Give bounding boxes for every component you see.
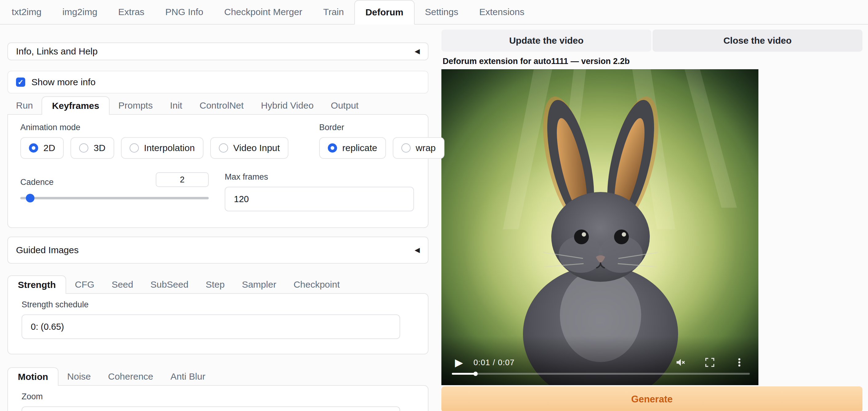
option-label: replicate bbox=[342, 143, 377, 153]
video-action-buttons: Update the video Close the video bbox=[441, 30, 863, 52]
tab-prompts[interactable]: Prompts bbox=[110, 96, 161, 115]
animation-mode-option-3d[interactable]: 3D bbox=[70, 137, 114, 159]
strength-schedule-input[interactable]: 0: (0.65) bbox=[22, 314, 400, 339]
tab-noise[interactable]: Noise bbox=[59, 367, 99, 386]
more-options-icon[interactable] bbox=[734, 357, 745, 368]
border-option-replicate[interactable]: replicate bbox=[319, 137, 386, 159]
app-tab-deforum[interactable]: Deforum bbox=[354, 0, 414, 25]
radio-selected-icon bbox=[328, 144, 337, 153]
tab-cfg[interactable]: CFG bbox=[66, 275, 103, 294]
tab-seed[interactable]: Seed bbox=[103, 275, 142, 294]
video-time-display: 0:01 / 0:07 bbox=[473, 358, 515, 367]
video-preview-column: Update the video Close the video Deforum… bbox=[441, 30, 863, 411]
radio-icon bbox=[130, 144, 139, 153]
zoom-input[interactable]: 0:(1.0025+0.002*sin(1.25*3.14*t/30)) bbox=[22, 406, 400, 411]
guided-images-accordion[interactable]: Guided Images ◀ bbox=[7, 236, 429, 264]
zoom-label: Zoom bbox=[22, 392, 414, 402]
app-tab-txt2img[interactable]: txt2img bbox=[1, 0, 52, 24]
app-tab-extensions[interactable]: Extensions bbox=[469, 0, 535, 24]
app-tab-checkpoint-merger[interactable]: Checkpoint Merger bbox=[214, 0, 313, 24]
deforum-main-tabs: Run Keyframes Prompts Init ControlNet Hy… bbox=[7, 96, 429, 115]
close-video-button[interactable]: Close the video bbox=[653, 30, 863, 52]
tab-run[interactable]: Run bbox=[7, 96, 41, 115]
seek-thumb[interactable] bbox=[473, 372, 478, 376]
schedule-tabs: Strength CFG Seed SubSeed Step Sampler C… bbox=[7, 275, 429, 294]
tab-controlnet[interactable]: ControlNet bbox=[191, 96, 252, 115]
option-label: Video Input bbox=[233, 143, 280, 153]
border-label: Border bbox=[319, 123, 444, 132]
cadence-number-input[interactable]: 2 bbox=[156, 172, 209, 187]
tab-output[interactable]: Output bbox=[322, 96, 367, 115]
tab-sampler[interactable]: Sampler bbox=[233, 275, 285, 294]
video-seek-bar[interactable] bbox=[452, 373, 750, 375]
radio-icon bbox=[219, 144, 228, 153]
tab-anti-blur[interactable]: Anti Blur bbox=[162, 367, 214, 386]
app-tab-img2img[interactable]: img2img bbox=[52, 0, 108, 24]
show-more-info-row: ✓ Show more info bbox=[7, 71, 429, 94]
option-label: Interpolation bbox=[144, 143, 195, 153]
animation-mode-option-video-input[interactable]: Video Input bbox=[210, 137, 288, 159]
tab-checkpoint[interactable]: Checkpoint bbox=[285, 275, 348, 294]
tab-hybrid-video[interactable]: Hybrid Video bbox=[252, 96, 322, 115]
animation-mode-group: Animation mode 2D 3D Interpolation bbox=[20, 123, 288, 159]
collapse-arrow-icon: ◀ bbox=[414, 48, 420, 55]
tab-strength[interactable]: Strength bbox=[7, 275, 66, 294]
show-more-info-label: Show more info bbox=[31, 77, 95, 87]
app-tab-settings[interactable]: Settings bbox=[414, 0, 469, 24]
app-tab-extras[interactable]: Extras bbox=[108, 0, 155, 24]
app-tab-train[interactable]: Train bbox=[313, 0, 354, 24]
max-frames-group: Max frames 120 bbox=[225, 172, 414, 211]
radio-icon bbox=[401, 144, 411, 153]
option-label: wrap bbox=[416, 143, 436, 153]
radio-icon bbox=[79, 144, 88, 153]
seek-played bbox=[452, 373, 475, 375]
top-tab-bar: txt2img img2img Extras PNG Info Checkpoi… bbox=[0, 0, 868, 25]
video-player[interactable]: ▶ 0:01 / 0:07 bbox=[441, 69, 758, 385]
strength-schedule-label: Strength schedule bbox=[22, 300, 414, 310]
show-more-info-checkbox[interactable]: ✓ bbox=[16, 77, 25, 87]
cadence-group: Cadence 2 bbox=[20, 172, 209, 211]
tab-step[interactable]: Step bbox=[197, 275, 233, 294]
deforum-version-text: Deforum extension for auto1111 — version… bbox=[441, 57, 863, 66]
slider-thumb[interactable] bbox=[26, 194, 34, 202]
option-label: 3D bbox=[94, 143, 105, 153]
info-links-help-label: Info, Links and Help bbox=[16, 46, 98, 57]
animation-mode-option-interpolation[interactable]: Interpolation bbox=[121, 137, 204, 159]
video-controls: ▶ 0:01 / 0:07 bbox=[441, 336, 758, 385]
animation-mode-label: Animation mode bbox=[20, 123, 288, 132]
fullscreen-icon[interactable] bbox=[704, 357, 715, 368]
motion-tabs: Motion Noise Coherence Anti Blur bbox=[7, 367, 429, 386]
tab-motion[interactable]: Motion bbox=[7, 367, 59, 386]
border-option-wrap[interactable]: wrap bbox=[393, 137, 444, 159]
tab-keyframes[interactable]: Keyframes bbox=[41, 96, 110, 115]
info-links-help-accordion[interactable]: Info, Links and Help ◀ bbox=[7, 42, 429, 60]
radio-selected-icon bbox=[29, 144, 38, 153]
mute-icon[interactable] bbox=[675, 357, 686, 368]
max-frames-input[interactable]: 120 bbox=[225, 187, 414, 211]
option-label: 2D bbox=[43, 143, 55, 153]
strength-panel: Strength schedule 0: (0.65) bbox=[7, 293, 429, 354]
border-group: Border replicate wrap bbox=[319, 123, 444, 159]
cadence-slider[interactable] bbox=[20, 194, 209, 202]
max-frames-label: Max frames bbox=[225, 172, 414, 182]
tab-init[interactable]: Init bbox=[161, 96, 191, 115]
deforum-settings-column: Info, Links and Help ◀ ✓ Show more info … bbox=[7, 25, 429, 411]
app-tab-png-info[interactable]: PNG Info bbox=[155, 0, 214, 24]
tab-subseed[interactable]: SubSeed bbox=[142, 275, 197, 294]
cadence-label: Cadence bbox=[20, 178, 54, 187]
update-video-button[interactable]: Update the video bbox=[441, 30, 651, 52]
slider-track[interactable] bbox=[20, 197, 209, 199]
animation-mode-option-2d[interactable]: 2D bbox=[20, 137, 64, 159]
keyframes-panel: Animation mode 2D 3D Interpolation bbox=[7, 114, 429, 228]
generate-button[interactable]: Generate bbox=[441, 386, 863, 411]
motion-panel: Zoom 0:(1.0025+0.002*sin(1.25*3.14*t/30)… bbox=[7, 385, 429, 411]
collapse-arrow-icon: ◀ bbox=[414, 246, 420, 254]
play-button[interactable]: ▶ bbox=[455, 356, 463, 369]
guided-images-label: Guided Images bbox=[16, 245, 79, 255]
tab-coherence[interactable]: Coherence bbox=[99, 367, 162, 386]
